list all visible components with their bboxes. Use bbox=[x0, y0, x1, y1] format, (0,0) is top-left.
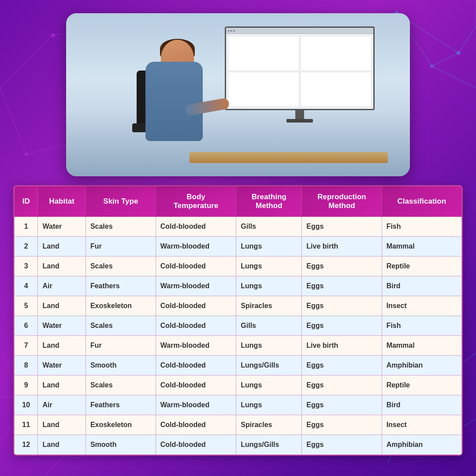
cell-id: 7 bbox=[15, 336, 38, 356]
main-content: ID Habitat Skin Type BodyTemperature Bre… bbox=[0, 0, 476, 465]
cell-breathing: Gills bbox=[236, 217, 302, 237]
cell-skin-type: Feathers bbox=[86, 276, 156, 296]
cell-reproduction: Eggs bbox=[302, 376, 382, 395]
monitor-base bbox=[286, 119, 313, 123]
header-habitat: Habitat bbox=[38, 186, 86, 217]
cell-classification: Bird bbox=[382, 276, 461, 296]
cell-skin-type: Feathers bbox=[86, 395, 156, 415]
table-row: 1WaterScalesCold-bloodedGillsEggsFish bbox=[15, 217, 462, 237]
cell-classification: Amphibian bbox=[382, 435, 461, 455]
table-row: 12LandSmoothCold-bloodedLungs/GillsEggsA… bbox=[15, 435, 462, 455]
cell-habitat: Land bbox=[38, 415, 86, 435]
cell-skin-type: Scales bbox=[86, 316, 156, 336]
cell-skin-type: Fur bbox=[86, 336, 156, 356]
cell-skin-type: Exoskeleton bbox=[86, 296, 156, 316]
monitor-content bbox=[226, 34, 373, 109]
cell-skin-type: Scales bbox=[86, 257, 156, 276]
cell-breathing: Lungs bbox=[236, 395, 302, 415]
header-id: ID bbox=[15, 186, 38, 217]
cell-skin-type: Fur bbox=[86, 237, 156, 257]
cell-classification: Insect bbox=[382, 415, 461, 435]
cell-classification: Insect bbox=[382, 296, 461, 316]
cell-habitat: Land bbox=[38, 435, 86, 455]
cell-reproduction: Eggs bbox=[302, 435, 382, 455]
animal-classification-table: ID Habitat Skin Type BodyTemperature Bre… bbox=[14, 186, 462, 455]
cell-breathing: Lungs/Gills bbox=[236, 356, 302, 376]
monitor-stand bbox=[295, 110, 304, 119]
cell-breathing: Lungs/Gills bbox=[236, 435, 302, 455]
cell-habitat: Land bbox=[38, 296, 86, 316]
cell-skin-type: Smooth bbox=[86, 356, 156, 376]
header-reproduction: ReproductionMethod bbox=[302, 186, 382, 217]
cell-reproduction: Eggs bbox=[302, 395, 382, 415]
table-row: 10AirFeathersWarm-bloodedLungsEggsBird bbox=[15, 395, 462, 415]
cell-habitat: Air bbox=[38, 395, 86, 415]
cell-breathing: Lungs bbox=[236, 237, 302, 257]
cell-classification: Amphibian bbox=[382, 356, 461, 376]
table-header: ID Habitat Skin Type BodyTemperature Bre… bbox=[15, 186, 462, 217]
cell-id: 4 bbox=[15, 276, 38, 296]
cell-body-temp: Cold-blooded bbox=[156, 257, 236, 276]
cell-reproduction: Eggs bbox=[302, 316, 382, 336]
cell-breathing: Spiracles bbox=[236, 415, 302, 435]
table-row: 9LandScalesCold-bloodedLungsEggsReptile bbox=[15, 376, 462, 395]
table-row: 7LandFurWarm-bloodedLungsLive birthMamma… bbox=[15, 336, 462, 356]
table-row: 5LandExoskeletonCold-bloodedSpiraclesEgg… bbox=[15, 296, 462, 316]
cell-habitat: Land bbox=[38, 376, 86, 395]
scene-illustration bbox=[66, 13, 410, 176]
header-body-temp: BodyTemperature bbox=[156, 186, 236, 217]
cell-reproduction: Eggs bbox=[302, 257, 382, 276]
cell-reproduction: Live birth bbox=[302, 336, 382, 356]
header-skin-type: Skin Type bbox=[86, 186, 156, 217]
cell-classification: Fish bbox=[382, 316, 461, 336]
cell-skin-type: Scales bbox=[86, 217, 156, 237]
cell-skin-type: Exoskeleton bbox=[86, 415, 156, 435]
cell-classification: Mammal bbox=[382, 237, 461, 257]
cell-habitat: Air bbox=[38, 276, 86, 296]
cell-id: 11 bbox=[15, 415, 38, 435]
cell-id: 1 bbox=[15, 217, 38, 237]
cell-body-temp: Warm-blooded bbox=[156, 395, 236, 415]
table-row: 2LandFurWarm-bloodedLungsLive birthMamma… bbox=[15, 237, 462, 257]
cell-breathing: Gills bbox=[236, 316, 302, 336]
cell-id: 3 bbox=[15, 257, 38, 276]
table-row: 11LandExoskeletonCold-bloodedSpiraclesEg… bbox=[15, 415, 462, 435]
table-row: 3LandScalesCold-bloodedLungsEggsReptile bbox=[15, 257, 462, 276]
cell-id: 12 bbox=[15, 435, 38, 455]
data-table-container: ID Habitat Skin Type BodyTemperature Bre… bbox=[13, 185, 463, 456]
cell-habitat: Land bbox=[38, 336, 86, 356]
cell-classification: Mammal bbox=[382, 336, 461, 356]
cell-reproduction: Eggs bbox=[302, 415, 382, 435]
cell-habitat: Water bbox=[38, 316, 86, 336]
person-body bbox=[145, 62, 203, 141]
cell-body-temp: Warm-blooded bbox=[156, 237, 236, 257]
cell-body-temp: Cold-blooded bbox=[156, 296, 236, 316]
cell-reproduction: Eggs bbox=[302, 356, 382, 376]
cell-reproduction: Live birth bbox=[302, 237, 382, 257]
computer-monitor bbox=[225, 26, 375, 123]
cell-classification: Reptile bbox=[382, 376, 461, 395]
cell-breathing: Spiracles bbox=[236, 296, 302, 316]
cell-body-temp: Warm-blooded bbox=[156, 336, 236, 356]
cell-breathing: Lungs bbox=[236, 336, 302, 356]
cell-body-temp: Cold-blooded bbox=[156, 316, 236, 336]
cell-body-temp: Cold-blooded bbox=[156, 435, 236, 455]
header-breathing: BreathingMethod bbox=[236, 186, 302, 217]
cell-skin-type: Smooth bbox=[86, 435, 156, 455]
cell-id: 5 bbox=[15, 296, 38, 316]
cell-habitat: Land bbox=[38, 237, 86, 257]
cell-classification: Bird bbox=[382, 395, 461, 415]
cell-breathing: Lungs bbox=[236, 376, 302, 395]
cell-body-temp: Cold-blooded bbox=[156, 217, 236, 237]
table-row: 4AirFeathersWarm-bloodedLungsEggsBird bbox=[15, 276, 462, 296]
cell-id: 6 bbox=[15, 316, 38, 336]
person-illustration bbox=[119, 35, 242, 176]
cell-breathing: Lungs bbox=[236, 257, 302, 276]
cell-body-temp: Cold-blooded bbox=[156, 356, 236, 376]
cell-breathing: Lungs bbox=[236, 276, 302, 296]
cell-habitat: Land bbox=[38, 257, 86, 276]
cell-id: 2 bbox=[15, 237, 38, 257]
table-row: 8WaterSmoothCold-bloodedLungs/GillsEggsA… bbox=[15, 356, 462, 376]
header-classification: Classification bbox=[382, 186, 461, 217]
cell-classification: Fish bbox=[382, 217, 461, 237]
